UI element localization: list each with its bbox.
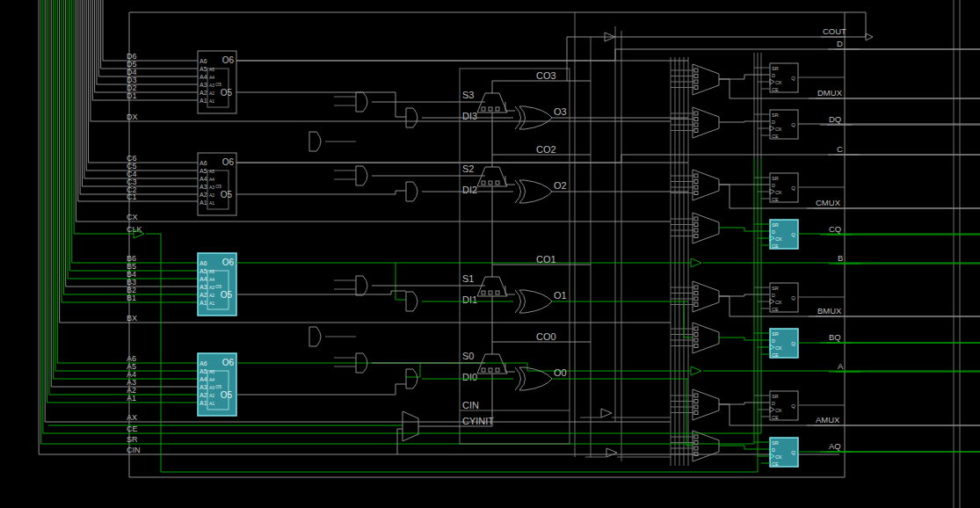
carry-o-label-O2: O2 (554, 180, 567, 191)
output-label-AQ: AQ (829, 441, 841, 451)
carry-o-label-O3: O3 (554, 106, 567, 117)
carry-co-label-CO3: CO3 (536, 70, 556, 81)
output-label-A: A (838, 361, 844, 371)
ff-cq-pin-sr: SR (772, 222, 779, 228)
ff-a-upper-pin-ck: CK (775, 408, 782, 413)
lut-d-pin-A1: A1 (200, 98, 207, 104)
lut-b-inner-pin: A4 (209, 277, 214, 282)
lut-b-inner-pin: A3 (209, 285, 214, 290)
ff-bq-pin-d: D (772, 338, 775, 344)
lut-d-inner-out: O5 (215, 82, 221, 87)
lut-d-pin-A2: A2 (200, 90, 207, 96)
ff-c-upper-pin-ce: CE (772, 197, 779, 202)
output-label-COUT: COUT (823, 26, 846, 36)
lut-a-pin-A5: A5 (200, 368, 207, 374)
ff-bq-pin-sr: SR (772, 331, 779, 337)
ff-d-upper-pin-sr: SR (772, 66, 779, 71)
ff-b-upper-pin-q: Q (791, 295, 795, 301)
lut-b-inner-out: O5 (215, 284, 221, 289)
ff-aq-pin-q: Q (791, 450, 795, 455)
lut-a-pin-A1: A1 (200, 400, 207, 406)
carry-o-label-O1: O1 (554, 290, 567, 301)
lut-d-out6: O6 (222, 55, 235, 65)
lut-c-inner-pin: A2 (209, 192, 214, 198)
carry-cyinit-label: CYINIT (462, 416, 494, 426)
ff-b-upper-pin-ce: CE (772, 307, 779, 312)
ff-dq-pin-d: D (772, 120, 775, 125)
lut-b-pin-A6: A6 (200, 260, 207, 266)
output-label-D: D (837, 39, 843, 48)
lut-a-out6: O6 (222, 358, 235, 367)
lut-d-inner-pin: A2 (209, 91, 214, 96)
lut-c-out6: O6 (222, 157, 235, 167)
lut-c-inner-pin: A3 (209, 185, 214, 190)
output-label-B: B (838, 253, 843, 263)
ff-dq-pin-ce: CE (772, 134, 779, 139)
ff-b-upper-pin-ck: CK (775, 300, 782, 305)
lut-a-pin-A6: A6 (200, 360, 207, 366)
carry-di-label-DI2: DI2 (462, 185, 477, 195)
lut-a-inner-out: O5 (215, 384, 221, 389)
ff-d-upper-pin-d: D (772, 73, 775, 78)
ff-d-upper-pin-ce: CE (772, 87, 779, 92)
schematic-canvas: D6D5D4D3D2D1DXC6C5C4C3C2C1CXCLKB6B5B4B3B… (0, 0, 980, 508)
lut-d-pin-A3: A3 (200, 82, 207, 88)
input-label-CIN: CIN (127, 446, 141, 454)
lut-c-pin-A6: A6 (200, 160, 207, 166)
lut-c-out5: O5 (221, 190, 233, 200)
ff-c-upper-pin-q: Q (791, 185, 795, 191)
lut-a-inner-pin: A5 (209, 369, 214, 374)
lut-b-pin-A3: A3 (200, 284, 207, 290)
carry-di-label-DI0: DI0 (462, 372, 477, 382)
ff-cq-pin-q: Q (791, 232, 795, 237)
lut-b-inner-pin: A5 (209, 269, 214, 274)
ff-c-upper-pin-ck: CK (775, 190, 782, 195)
input-label-AX: AX (127, 413, 137, 422)
lut-d-inner-pin: A4 (209, 75, 214, 80)
lut-a-inner-pin: A4 (209, 377, 214, 382)
input-label-CX: CX (127, 213, 138, 221)
lut-d-pin-A5: A5 (200, 66, 207, 72)
lut-d-pin-A4: A4 (200, 74, 207, 80)
ff-aq-pin-ce: CE (772, 461, 779, 467)
lut-d-out5: O5 (221, 88, 233, 98)
ff-aq-pin-ck: CK (775, 454, 782, 460)
lut-b-pin-A1: A1 (200, 300, 207, 306)
carry-s-label-S0: S0 (462, 351, 474, 361)
output-label-BMUX: BMUX (817, 306, 842, 316)
lut-a-pin-A2: A2 (200, 392, 207, 398)
output-label-BQ: BQ (829, 332, 841, 342)
carry-s-label-S2: S2 (462, 163, 474, 174)
lut-a-inner-pin: A3 (209, 385, 214, 390)
output-label-C: C (837, 144, 843, 154)
lut-d-pin-A6: A6 (200, 58, 207, 64)
lut-b-out6: O6 (222, 258, 235, 267)
lut-b-pin-A5: A5 (200, 268, 207, 274)
ff-dq-pin-sr: SR (772, 112, 779, 118)
carry-cin-label: CIN (462, 400, 479, 410)
input-label-A1: A1 (127, 394, 136, 403)
output-label-DQ: DQ (829, 114, 841, 124)
lut-c-pin-A1: A1 (200, 200, 207, 206)
lut-c-pin-A4: A4 (200, 176, 207, 182)
input-label-SR: SR (127, 435, 138, 444)
ff-a-upper-pin-q: Q (791, 403, 795, 409)
ff-dq-pin-ck: CK (775, 127, 782, 132)
lut-c-inner-pin: A1 (209, 200, 214, 206)
lut-c-pin-A5: A5 (200, 168, 207, 174)
lut-c-pin-A2: A2 (200, 192, 207, 198)
ff-cq-pin-d: D (772, 229, 775, 235)
lut-a-pin-A4: A4 (200, 376, 207, 382)
ff-b-upper-pin-sr: SR (772, 286, 779, 291)
ff-aq-pin-d: D (772, 447, 775, 453)
lut-b-inner-pin: A2 (209, 293, 214, 298)
ff-c-upper-pin-sr: SR (772, 176, 779, 181)
input-label-D1: D1 (127, 91, 137, 100)
lut-c-inner-out: O5 (215, 184, 221, 189)
lut-a-inner-pin: A1 (209, 401, 214, 406)
lut-a-inner-pin: A2 (209, 393, 214, 398)
lut-b-out5: O5 (221, 290, 233, 300)
lut-c-pin-A3: A3 (200, 184, 207, 190)
output-label-CMUX: CMUX (816, 198, 841, 207)
carry-o-label-O0: O0 (554, 367, 567, 378)
